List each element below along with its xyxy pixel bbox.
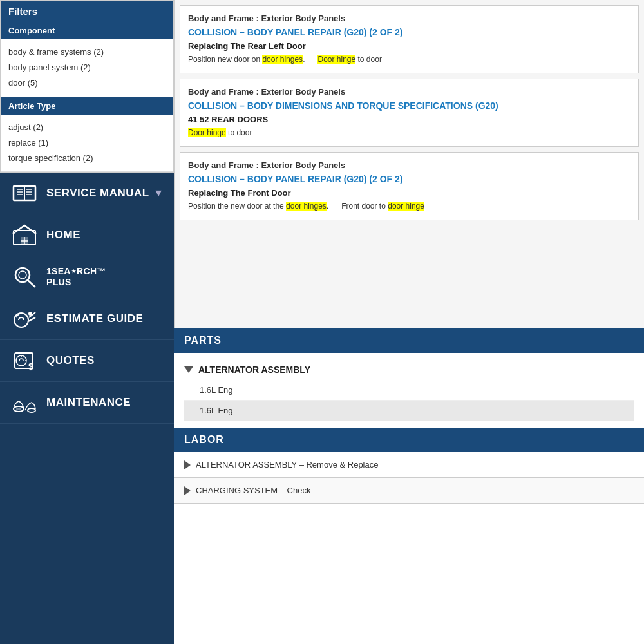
search-label-container: 1SEA⋆RCH™ PLUS	[46, 266, 106, 288]
result-text-1-part-2: to door	[355, 55, 382, 64]
nav-item-estimate[interactable]: ESTIMATE GUIDE	[0, 298, 174, 340]
nav-item-maintenance[interactable]: MAINTENANCE	[0, 382, 174, 424]
maintenance-icon	[10, 391, 39, 414]
result-subtitle-1: Replacing The Rear Left Door	[188, 41, 630, 51]
svg-point-27	[16, 408, 21, 410]
labor-item-alternator-icon	[184, 460, 191, 469]
svg-text:$: $	[28, 361, 33, 372]
svg-point-15	[14, 313, 28, 327]
search-label-line2: PLUS	[46, 277, 106, 288]
filter-item-torque[interactable]: torque specification (2)	[8, 151, 166, 166]
home-icon	[10, 223, 39, 247]
filters-section: Filters Component body & frame systems (…	[0, 0, 174, 173]
nav-item-search[interactable]: 1SEA⋆RCH™ PLUS	[0, 256, 174, 298]
service-manual-arrow: ▼	[153, 187, 164, 199]
search-label-line1: 1SEA⋆RCH™	[46, 266, 106, 277]
result-subtitle-3: Replacing The Front Door	[188, 188, 630, 198]
svg-point-28	[28, 408, 35, 412]
result-text-3-highlight-0: door hinges	[286, 202, 327, 211]
left-panel: Filters Component body & frame systems (…	[0, 0, 174, 644]
filter-item-body-frame[interactable]: body & frame systems (2)	[8, 44, 166, 60]
right-panel: Body and Frame : Exterior Body Panels CO…	[174, 0, 644, 644]
result-card-1: Body and Frame : Exterior Body Panels CO…	[180, 5, 639, 73]
estimate-label: ESTIMATE GUIDE	[46, 312, 143, 325]
parts-group-alternator[interactable]: ALTERNATOR ASSEMBLY	[184, 359, 634, 380]
service-manual-icon	[10, 182, 39, 205]
svg-line-18	[28, 317, 35, 321]
labor-header: LABOR	[174, 428, 644, 452]
labor-item-charging-label: CHARGING SYSTEM – Check	[196, 486, 310, 495]
filter-item-door[interactable]: door (5)	[8, 75, 166, 91]
search-icon	[10, 265, 39, 289]
component-filter-group: Component body & frame systems (2) body …	[1, 22, 173, 97]
article-type-filter-group: Article Type adjust (2) replace (1) torq…	[1, 97, 173, 173]
labor-item-charging[interactable]: CHARGING SYSTEM – Check	[174, 478, 644, 504]
filter-item-adjust[interactable]: adjust (2)	[8, 120, 166, 135]
estimate-icon	[10, 307, 39, 330]
result-title-1[interactable]: COLLISION – BODY PANEL REPAIR (G20) (2 O…	[188, 27, 630, 37]
result-breadcrumb-3: Body and Frame : Exterior Body Panels	[188, 160, 630, 170]
labor-item-alternator[interactable]: ALTERNATOR ASSEMBLY – Remove & Replace	[174, 452, 644, 478]
result-text-1-part-0: Position new door on	[188, 55, 262, 64]
result-breadcrumb-2: Body and Frame : Exterior Body Panels	[188, 87, 630, 97]
result-text-1: Position new door on door hinges. Door h…	[188, 53, 630, 65]
maintenance-label: MAINTENANCE	[46, 396, 131, 409]
alternator-triangle-icon	[184, 366, 193, 373]
labor-item-charging-icon	[184, 486, 191, 495]
result-card-2: Body and Frame : Exterior Body Panels CO…	[180, 79, 639, 147]
result-text-2-highlight-0: Door hinge	[188, 128, 226, 137]
filter-item-body-panel[interactable]: body panel system (2)	[8, 60, 166, 75]
parts-row-1: 1.6L Eng	[184, 380, 634, 401]
result-text-2: Door hinge to door	[188, 127, 630, 138]
result-title-3[interactable]: COLLISION – BODY PANEL REPAIR (G20) (2 O…	[188, 174, 630, 184]
result-text-1-highlight-1: Door hinge	[317, 55, 355, 64]
home-label: HOME	[46, 229, 80, 242]
service-manual-label: SERVICE MANUAL	[46, 187, 149, 200]
result-text-1-highlight-0: door hinges	[262, 55, 303, 64]
article-type-filter-header: Article Type	[1, 97, 173, 115]
svg-point-14	[19, 271, 26, 279]
quotes-icon: $	[10, 349, 39, 372]
result-title-2[interactable]: COLLISION – BODY DIMENSIONS AND TORQUE S…	[188, 100, 630, 111]
component-filter-header: Component	[1, 22, 173, 39]
parts-labor-panel: PARTS ALTERNATOR ASSEMBLY 1.6L Eng 1.6L …	[174, 328, 644, 644]
filters-header: Filters	[1, 1, 173, 22]
result-subtitle-2: 41 52 REAR DOORS	[188, 115, 630, 124]
nav-item-service-manual[interactable]: SERVICE MANUAL ▼	[0, 173, 174, 214]
quotes-label: QUOTES	[46, 354, 95, 367]
svg-point-20	[16, 355, 26, 366]
result-text-3-part-1: . Front door to	[327, 202, 388, 211]
svg-line-13	[28, 280, 35, 287]
result-card-3: Body and Frame : Exterior Body Panels CO…	[180, 152, 639, 220]
parts-header: PARTS	[174, 328, 644, 353]
parts-row-2: 1.6L Eng	[184, 401, 634, 421]
filter-item-replace[interactable]: replace (1)	[8, 135, 166, 151]
result-text-1-part-1: .	[303, 55, 317, 64]
search-results[interactable]: Body and Frame : Exterior Body Panels CO…	[174, 0, 644, 328]
svg-point-12	[15, 268, 30, 282]
parts-content: ALTERNATOR ASSEMBLY 1.6L Eng 1.6L Eng	[174, 353, 644, 428]
result-text-3-highlight-1: door hinge	[388, 202, 424, 211]
nav-item-quotes[interactable]: $ QUOTES	[0, 340, 174, 382]
result-text-3-part-0: Position the new door at the	[188, 202, 286, 211]
result-text-2-part-0: to door	[226, 128, 252, 137]
alternator-group-label: ALTERNATOR ASSEMBLY	[198, 365, 310, 375]
labor-item-alternator-label: ALTERNATOR ASSEMBLY – Remove & Replace	[196, 460, 378, 469]
result-text-3: Position the new door at the door hinges…	[188, 200, 630, 212]
result-breadcrumb-1: Body and Frame : Exterior Body Panels	[188, 14, 630, 23]
nav-item-home[interactable]: HOME	[0, 214, 174, 256]
nav-menu: SERVICE MANUAL ▼ HOME	[0, 173, 174, 644]
